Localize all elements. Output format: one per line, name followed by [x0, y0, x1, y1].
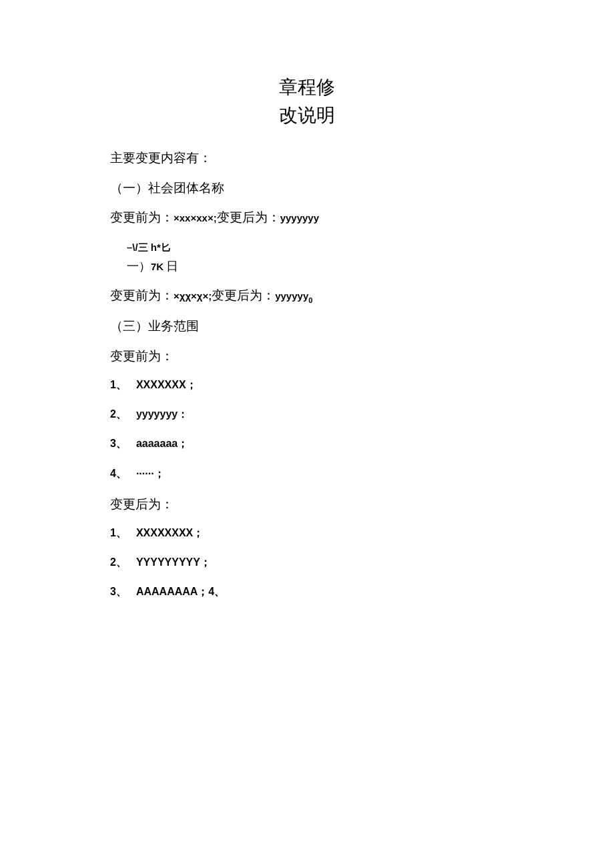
section-1-before-label: 变更前为：: [110, 210, 174, 224]
section-2-after-value: yyyyyy: [275, 290, 308, 302]
before-item-3: 3、aaaaaaa；: [110, 436, 504, 451]
document-title: 章程修 改说明: [110, 73, 504, 129]
section-1-heading: （一）社会团体名称: [110, 179, 504, 197]
title-line-2: 改说明: [279, 105, 335, 125]
section-2-change: 变更前为：×χχ×χ×;变更后为：yyyyyy0: [110, 287, 504, 306]
after-item-1: 1、XXXXXXXX；: [110, 526, 504, 540]
section-1-after-value: yyyyyyy: [280, 212, 319, 224]
before-item-4: 4、······；: [110, 466, 504, 481]
section-3-heading: （三）业务范围: [110, 318, 504, 336]
section-3-before-label: 变更前为：: [110, 348, 504, 366]
section-2-garbled-2: 一）7K 日: [127, 258, 504, 275]
section-2-after-suffix: 0: [308, 296, 312, 304]
document-page: 章程修 改说明 主要变更内容有： （一）社会团体名称 变更前为：×xx×xx×;…: [0, 0, 614, 648]
section-1-change: 变更前为：×xx×xx×;变更后为：yyyyyyy: [110, 209, 504, 227]
title-line-1: 章程修: [279, 77, 335, 97]
section-2-before-value: ×χχ×χ×;: [174, 290, 212, 302]
section-2-garbled-1: –\/三 h*匕: [127, 239, 504, 256]
section-1-before-value: ×xx×xx×;: [174, 212, 217, 224]
intro-text: 主要变更内容有：: [110, 149, 504, 167]
section-3-after-label: 变更后为：: [110, 496, 504, 514]
before-item-2: 2、yyyyyyy：: [110, 407, 504, 422]
after-item-2: 2、YYYYYYYYY；: [110, 555, 504, 570]
after-item-3: 3、AAAAAAAA；4、: [110, 584, 504, 599]
section-2-before-label: 变更前为：: [110, 288, 174, 302]
section-2-after-label: 变更后为：: [212, 288, 275, 302]
before-item-1: 1、XXXXXXX；: [110, 378, 504, 392]
section-1-after-label: 变更后为：: [217, 210, 280, 224]
